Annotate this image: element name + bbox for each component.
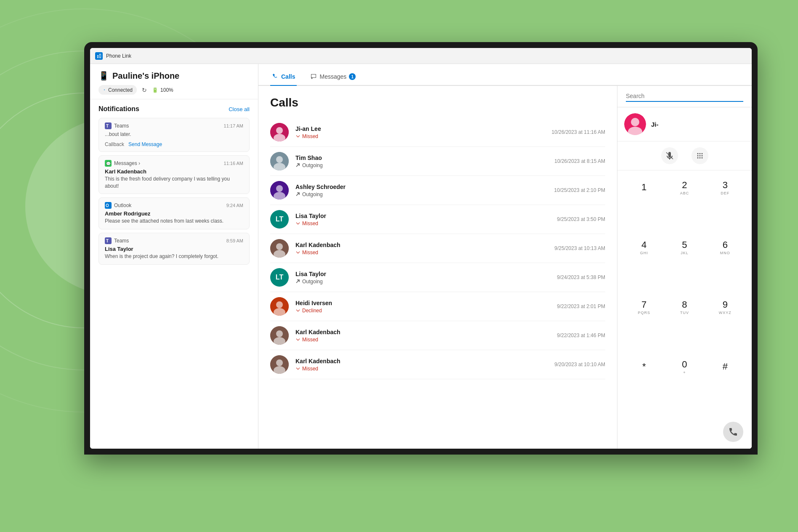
tab-messages[interactable]: Messages 1: [309, 73, 357, 86]
call-item[interactable]: Karl Kadenbach Missed 9/22/2023 at 1:46 …: [270, 321, 605, 350]
missed-call-icon: [295, 250, 301, 255]
mute-button[interactable]: [661, 147, 678, 164]
refresh-icon[interactable]: ↻: [142, 87, 147, 93]
svg-point-10: [276, 127, 283, 134]
call-item[interactable]: Karl Kadenbach Missed 9/20/2023 at 10:10…: [270, 350, 605, 379]
notif-preview: This is the fresh food delivery company …: [105, 176, 243, 190]
outgoing-call-icon: [295, 279, 301, 284]
laptop-screen: Phone Link 📱 Pauline's iPhone ⬝: [90, 48, 752, 449]
call-button[interactable]: [723, 422, 743, 442]
phone-emoji-icon: 📱: [98, 71, 109, 81]
call-item[interactable]: Ji-an Lee Missed 10/26/2023 at 11:16 AM: [270, 118, 605, 147]
call-avatar: [270, 326, 289, 345]
declined-call-icon: [295, 308, 301, 313]
dialpad-key-3[interactable]: 3 DEF: [705, 175, 745, 200]
dialpad-key-9[interactable]: 9 WXYZ: [705, 295, 745, 320]
call-datetime: 10/26/2023 at 11:16 AM: [552, 129, 605, 135]
calls-title: Calls: [270, 96, 605, 109]
call-name: Heidi Iversen: [295, 300, 557, 306]
main-content: 📱 Pauline's iPhone ⬝ Connected ↻ 🔋: [90, 64, 752, 449]
dialpad-key-1[interactable]: 1: [624, 175, 664, 200]
call-info: Karl Kadenbach Missed: [295, 358, 554, 372]
send-message-button[interactable]: Send Message: [128, 141, 162, 147]
battery-level: 100%: [160, 87, 173, 93]
call-avatar: [270, 152, 289, 170]
call-status: Missed: [295, 250, 554, 255]
dialpad-key-hash[interactable]: #: [705, 354, 745, 380]
call-info: Heidi Iversen Declined: [295, 300, 557, 314]
notif-preview: ...bout later.: [105, 131, 243, 138]
missed-call-icon: [295, 366, 301, 371]
tabs-bar: Calls Messages 1: [258, 64, 752, 86]
laptop-bezel: Phone Link 📱 Pauline's iPhone ⬝: [84, 42, 758, 455]
call-avatar: [270, 297, 289, 316]
call-icon: [728, 427, 738, 437]
svg-point-42: [701, 157, 702, 159]
dialpad-key-8[interactable]: 8 TUV: [665, 295, 704, 320]
notif-time: 11:17 AM: [224, 123, 243, 128]
svg-point-19: [276, 243, 283, 250]
avatar-photo: [270, 326, 289, 345]
notif-sender: Lisa Taylor: [105, 246, 243, 252]
call-avatar: LT: [270, 268, 289, 287]
notif-app-name: Outlook: [114, 202, 131, 208]
svg-point-34: [697, 153, 698, 154]
contact-avatar-large: [624, 113, 646, 135]
notifications-section: Notifications Close all T: [90, 99, 258, 449]
calls-panel: Calls: [258, 86, 617, 449]
call-datetime: 9/25/2023 at 10:13 AM: [554, 245, 605, 251]
svg-point-35: [699, 153, 700, 154]
outlook-icon: O: [105, 202, 112, 209]
notif-preview: When is the project due again? I complet…: [105, 253, 243, 260]
dialpad-key-6[interactable]: 6 MNO: [705, 234, 745, 260]
avatar-photo: [270, 239, 289, 258]
call-item[interactable]: LT Lisa Taylor Missed 9/25/2023 at 3:50 …: [270, 205, 605, 234]
device-header: 📱 Pauline's iPhone ⬝ Connected ↻ 🔋: [90, 64, 258, 99]
svg-text:T: T: [106, 124, 109, 128]
call-item[interactable]: Tim Shao Outgoing 10/26/2023 at 8:15 AM: [270, 147, 605, 176]
outgoing-call-icon: [295, 163, 301, 168]
dialpad-key-4[interactable]: 4 GHI: [624, 234, 664, 260]
notif-app-name: Teams: [114, 238, 129, 244]
svg-point-28: [276, 359, 283, 366]
call-name: Lisa Taylor: [295, 213, 557, 219]
call-datetime: 9/22/2023 at 2:01 PM: [557, 303, 605, 309]
tab-calls[interactable]: Calls: [270, 73, 297, 86]
close-all-button[interactable]: Close all: [229, 106, 250, 112]
dial-panel: Ji-: [617, 86, 752, 449]
call-item[interactable]: Ashley Schroeder Outgoing 10/25/2023 at …: [270, 176, 605, 205]
call-item[interactable]: LT Lisa Taylor Outgoing 9/24/2023 at 5:3…: [270, 263, 605, 292]
dialpad-key-2[interactable]: 2 ABC: [665, 175, 704, 200]
call-name: Lisa Taylor: [295, 271, 557, 277]
svg-point-31: [631, 118, 639, 126]
dialpad-key-0[interactable]: 0 +: [665, 354, 704, 380]
call-status: Outgoing: [295, 279, 557, 285]
title-bar: Phone Link: [90, 48, 752, 64]
search-input[interactable]: [626, 91, 743, 102]
mute-icon: [665, 152, 674, 160]
svg-point-22: [276, 301, 283, 308]
callback-button[interactable]: Callback: [105, 141, 124, 147]
dialpad-button[interactable]: [692, 147, 708, 164]
call-info: Tim Shao Outgoing: [295, 154, 554, 168]
search-bar: [617, 86, 752, 107]
missed-call-icon: [295, 221, 301, 226]
notification-card-outlook: O Outlook 9:24 AM Amber Rodriguez Please…: [98, 197, 250, 229]
call-info: Lisa Taylor Missed: [295, 213, 557, 226]
call-avatar: [270, 123, 289, 141]
bluetooth-icon: ⬝: [103, 87, 106, 93]
call-item[interactable]: Heidi Iversen Declined 9/22/2023 at 2:01…: [270, 292, 605, 321]
laptop-wrapper: Phone Link 📱 Pauline's iPhone ⬝: [84, 42, 758, 484]
call-item[interactable]: Karl Kadenbach Missed 9/25/2023 at 10:13…: [270, 234, 605, 263]
call-info: Lisa Taylor Outgoing: [295, 271, 557, 285]
teams-icon-2: T: [105, 237, 112, 244]
call-status: Missed: [295, 366, 554, 372]
call-name: Tim Shao: [295, 154, 554, 161]
avatar-photo: [270, 181, 289, 200]
dialpad-key-7[interactable]: 7 PQRS: [624, 295, 664, 320]
dial-actions: [617, 141, 752, 170]
call-avatar: [270, 355, 289, 374]
dialpad-key-star[interactable]: *: [624, 354, 664, 380]
call-name: Ji-an Lee: [295, 125, 552, 132]
dialpad-key-5[interactable]: 5 JKL: [665, 234, 704, 260]
